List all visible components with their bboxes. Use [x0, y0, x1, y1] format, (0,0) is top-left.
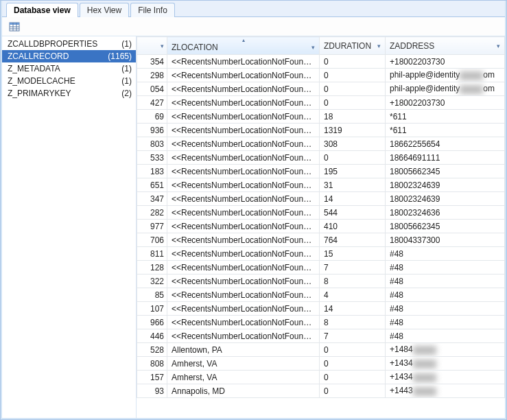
redacted: xxx	[460, 71, 483, 80]
cell-zaddress: *611	[386, 110, 505, 124]
cell-zlocation: <<RecentsNumberLocationNotFound>>	[167, 316, 320, 329]
cell-zlocation: <<RecentsNumberLocationNotFound>>	[167, 137, 320, 151]
cell-zlocation: <<RecentsNumberLocationNotFound>>	[167, 275, 320, 288]
table-row[interactable]: 93Annapolis, MD0+1443xxx	[137, 384, 505, 398]
cell-zlocation: <<RecentsNumberLocationNotFound>>	[167, 233, 320, 247]
table-icon[interactable]	[9, 21, 20, 32]
column-header-label: ZLOCATION	[172, 43, 218, 52]
cell-zaddress: #48	[386, 302, 505, 316]
table-row[interactable]: 298<<RecentsNumberLocationNotFound>>0phi…	[137, 69, 505, 82]
column-header-zlocation[interactable]: ▴ ZLOCATION▾	[167, 37, 320, 55]
cell-zlocation: <<RecentsNumberLocationNotFound>>	[167, 82, 320, 96]
table-row[interactable]: 128<<RecentsNumberLocationNotFound>>7#48	[137, 261, 505, 275]
cell-zduration: 410	[320, 220, 386, 233]
tab-file-info[interactable]: File Info	[130, 3, 175, 17]
cell-id: 803	[137, 137, 167, 151]
sidebar-item-count: (1)	[121, 39, 132, 49]
cell-id: 157	[137, 371, 167, 384]
table-row[interactable]: 157Amherst, VA0+1434xxx	[137, 371, 505, 384]
cell-zduration: 0	[320, 82, 386, 96]
cell-zaddress: #48	[386, 247, 505, 261]
cell-zduration: 0	[320, 96, 386, 110]
cell-zduration: 0	[320, 69, 386, 82]
table-row[interactable]: 808Amherst, VA0+1434xxx	[137, 357, 505, 371]
table-row[interactable]: 533<<RecentsNumberLocationNotFound>>0186…	[137, 151, 505, 165]
table-row[interactable]: 69<<RecentsNumberLocationNotFound>>18*61…	[137, 110, 505, 124]
cell-zaddress: #48	[386, 261, 505, 275]
sidebar-item-zcallrecord[interactable]: ZCALLRECORD (1165)	[2, 50, 136, 62]
chevron-down-icon[interactable]: ▾	[377, 43, 381, 49]
table-row[interactable]: 183<<RecentsNumberLocationNotFound>>1951…	[137, 165, 505, 178]
sidebar-item-zmodelcache[interactable]: Z_MODELCACHE (1)	[2, 75, 136, 87]
cell-zlocation: <<RecentsNumberLocationNotFound>>	[167, 110, 320, 124]
table-row[interactable]: 966<<RecentsNumberLocationNotFound>>8#48	[137, 316, 505, 329]
cell-zduration: 0	[320, 384, 386, 398]
tab-database-view[interactable]: Database view	[6, 3, 78, 17]
tab-strip: Database view Hex View File Info	[2, 1, 505, 17]
sidebar-item-zmetadata[interactable]: Z_METADATA (1)	[2, 62, 136, 75]
toolbar	[2, 17, 505, 36]
cell-zduration: 0	[320, 343, 386, 357]
cell-zaddress: #48	[386, 329, 505, 343]
table-row[interactable]: 282<<RecentsNumberLocationNotFound>>5441…	[137, 206, 505, 220]
cell-id: 69	[137, 110, 167, 124]
chevron-down-icon[interactable]: ▾	[311, 44, 315, 51]
table-row[interactable]: 936<<RecentsNumberLocationNotFound>>1319…	[137, 124, 505, 137]
column-header-label: ZDURATION	[324, 41, 371, 51]
cell-zlocation: <<RecentsNumberLocationNotFound>>	[167, 96, 320, 110]
cell-id: 533	[137, 151, 167, 165]
cell-zlocation: <<RecentsNumberLocationNotFound>>	[167, 329, 320, 343]
table-row[interactable]: 811<<RecentsNumberLocationNotFound>>15#4…	[137, 247, 505, 261]
table-row[interactable]: 107<<RecentsNumberLocationNotFound>>14#4…	[137, 302, 505, 316]
sidebar-item-count: (1165)	[108, 51, 132, 61]
cell-zaddress: phil-apple@identityxxxom	[386, 82, 505, 96]
cell-zduration: 544	[320, 206, 386, 220]
table-row[interactable]: 977<<RecentsNumberLocationNotFound>>4101…	[137, 220, 505, 233]
cell-zlocation: <<RecentsNumberLocationNotFound>>	[167, 151, 320, 165]
table-row[interactable]: 706<<RecentsNumberLocationNotFound>>7641…	[137, 233, 505, 247]
chevron-down-icon[interactable]: ▾	[497, 43, 500, 49]
column-header-id[interactable]: ▾	[137, 37, 167, 55]
cell-id: 054	[137, 82, 167, 96]
data-grid[interactable]: ▾ ▴ ZLOCATION▾ ZDURATION▾ ZADDRESS▾	[137, 36, 505, 418]
sidebar-item-zprimarykey[interactable]: Z_PRIMARYKEY (2)	[2, 87, 136, 100]
table-row[interactable]: 427<<RecentsNumberLocationNotFound>>0+18…	[137, 96, 505, 110]
sidebar-item-zcalldbproperties[interactable]: ZCALLDBPROPERTIES (1)	[2, 38, 136, 50]
column-header-zduration[interactable]: ZDURATION▾	[320, 37, 386, 55]
cell-id: 85	[137, 288, 167, 302]
cell-zaddress: 18005662345	[386, 165, 505, 178]
sidebar-item-count: (1)	[121, 76, 132, 86]
cell-zlocation: <<RecentsNumberLocationNotFound>>	[167, 288, 320, 302]
cell-zaddress: phil-apple@identityxxxom	[386, 69, 505, 82]
cell-id: 811	[137, 247, 167, 261]
table-row[interactable]: 347<<RecentsNumberLocationNotFound>>1418…	[137, 192, 505, 206]
cell-zlocation: <<RecentsNumberLocationNotFound>>	[167, 69, 320, 82]
table-row[interactable]: 803<<RecentsNumberLocationNotFound>>3081…	[137, 137, 505, 151]
cell-zduration: 195	[320, 165, 386, 178]
table-row[interactable]: 354<<RecentsNumberLocationNotFound>>0+18…	[137, 55, 505, 69]
sidebar-item-label: Z_METADATA	[8, 64, 60, 73]
sidebar-item-count: (2)	[121, 89, 132, 98]
cell-id: 528	[137, 343, 167, 357]
cell-zduration: 764	[320, 233, 386, 247]
redacted: xxx	[460, 85, 483, 94]
chevron-down-icon[interactable]: ▾	[161, 43, 164, 49]
cell-zaddress: +1434xxx	[386, 371, 505, 384]
table-row[interactable]: 651<<RecentsNumberLocationNotFound>>3118…	[137, 178, 505, 192]
cell-zlocation: <<RecentsNumberLocationNotFound>>	[167, 220, 320, 233]
table-row[interactable]: 446<<RecentsNumberLocationNotFound>>7#48	[137, 329, 505, 343]
column-header-zaddress[interactable]: ZADDRESS▾	[386, 37, 505, 55]
table-row[interactable]: 322<<RecentsNumberLocationNotFound>>8#48	[137, 275, 505, 288]
cell-zduration: 1319	[320, 124, 386, 137]
cell-id: 183	[137, 165, 167, 178]
cell-zaddress: +18002203730	[386, 96, 505, 110]
cell-zlocation: Allentown, PA	[167, 343, 320, 357]
table-row[interactable]: 528Allentown, PA0+1484xxx	[137, 343, 505, 357]
cell-id: 651	[137, 178, 167, 192]
table-row[interactable]: 85<<RecentsNumberLocationNotFound>>4#48	[137, 288, 505, 302]
sidebar-item-label: Z_PRIMARYKEY	[8, 89, 71, 98]
tab-hex-view[interactable]: Hex View	[80, 3, 129, 17]
cell-zduration: 14	[320, 192, 386, 206]
table-row[interactable]: 054<<RecentsNumberLocationNotFound>>0phi…	[137, 82, 505, 96]
cell-zlocation: <<RecentsNumberLocationNotFound>>	[167, 124, 320, 137]
